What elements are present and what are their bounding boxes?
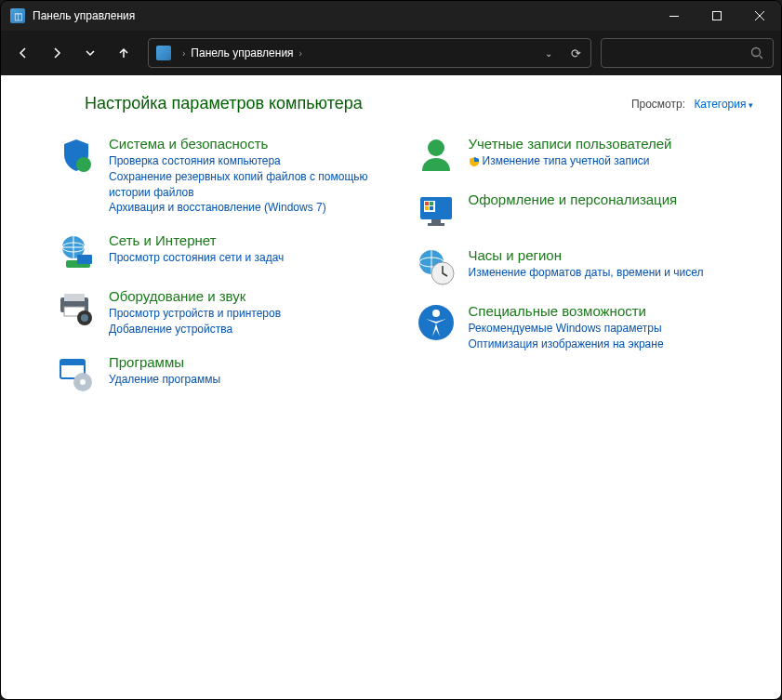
- view-by: Просмотр: Категория: [631, 98, 753, 111]
- view-by-dropdown[interactable]: Категория: [694, 98, 753, 111]
- maximize-button[interactable]: [696, 1, 738, 31]
- svg-point-16: [80, 379, 86, 385]
- category-title[interactable]: Учетные записи пользователей: [469, 136, 672, 152]
- minimize-icon: [669, 16, 679, 17]
- search-box[interactable]: [601, 38, 774, 68]
- close-button[interactable]: [738, 1, 781, 31]
- category-link[interactable]: Архивация и восстановление (Windows 7): [109, 200, 394, 216]
- user-icon: [417, 136, 456, 175]
- svg-rect-23: [430, 206, 433, 210]
- category-user-accounts: Учетные записи пользователей Изменение т…: [417, 136, 754, 175]
- maximize-icon: [712, 11, 722, 20]
- svg-point-17: [428, 139, 444, 156]
- svg-rect-20: [425, 202, 429, 205]
- forward-button[interactable]: [42, 38, 72, 68]
- content-area: Настройка параметров компьютера Просмотр…: [1, 75, 781, 699]
- address-dropdown[interactable]: ⌄: [536, 48, 562, 59]
- page-title: Настройка параметров компьютера: [85, 94, 363, 113]
- arrow-right-icon: [50, 46, 63, 59]
- breadcrumb-segment[interactable]: Панель управления: [191, 46, 293, 59]
- category-title[interactable]: Часы и регион: [469, 247, 704, 263]
- breadcrumb-chevron[interactable]: ›: [294, 48, 308, 59]
- category-link[interactable]: Просмотр устройств и принтеров: [109, 306, 281, 322]
- svg-point-30: [432, 310, 440, 317]
- category-hardware: Оборудование и звук Просмотр устройств и…: [57, 288, 394, 337]
- window-title: Панель управления: [33, 9, 653, 22]
- left-column: Система и безопасность Проверка состояни…: [57, 136, 394, 410]
- window-controls: [653, 1, 781, 31]
- uac-shield-icon: [469, 156, 480, 167]
- location-icon: [156, 46, 171, 60]
- category-link[interactable]: Проверка состояния компьютера: [109, 153, 394, 169]
- svg-point-2: [752, 48, 761, 57]
- view-by-label: Просмотр:: [631, 98, 685, 111]
- accessibility-icon: [417, 303, 456, 342]
- close-icon: [755, 11, 764, 20]
- category-link[interactable]: Удаление программы: [109, 372, 220, 388]
- svg-point-3: [76, 157, 91, 172]
- svg-rect-0: [669, 16, 679, 17]
- svg-rect-14: [60, 360, 85, 365]
- category-link[interactable]: Оптимизация изображения на экране: [469, 337, 664, 352]
- category-title[interactable]: Оборудование и звук: [109, 288, 281, 304]
- right-column: Учетные записи пользователей Изменение т…: [417, 136, 754, 410]
- category-title[interactable]: Специальные возможности: [469, 303, 664, 319]
- control-panel-window: Панель управления › Панель управления › …: [0, 0, 782, 700]
- arrow-left-icon: [17, 46, 30, 59]
- category-clock-region: Часы и регион Изменение форматов даты, в…: [417, 247, 754, 286]
- category-title[interactable]: Система и безопасность: [109, 136, 394, 152]
- category-columns: Система и безопасность Проверка состояни…: [57, 136, 753, 410]
- printer-camera-icon: [57, 288, 96, 327]
- category-link[interactable]: Добавление устройства: [109, 322, 281, 337]
- category-system-security: Система и безопасность Проверка состояни…: [57, 136, 394, 216]
- svg-rect-7: [77, 255, 92, 264]
- svg-rect-9: [64, 294, 85, 301]
- svg-rect-24: [431, 219, 441, 223]
- breadcrumb-chevron[interactable]: ›: [177, 48, 191, 59]
- svg-point-12: [81, 314, 88, 322]
- category-link[interactable]: Просмотр состояния сети и задач: [109, 250, 284, 266]
- category-accessibility: Специальные возможности Рекомендуемые Wi…: [417, 303, 754, 352]
- back-button[interactable]: [8, 38, 38, 68]
- refresh-button[interactable]: ⟳: [562, 46, 590, 60]
- recent-button[interactable]: [75, 38, 105, 68]
- svg-rect-21: [430, 202, 433, 205]
- svg-rect-25: [428, 223, 444, 226]
- search-icon: [750, 46, 763, 59]
- up-button[interactable]: [109, 38, 139, 68]
- category-programs: Программы Удаление программы: [57, 354, 394, 393]
- category-title[interactable]: Сеть и Интернет: [109, 232, 284, 248]
- category-personalization: Оформление и персонализация: [417, 192, 754, 231]
- programs-icon: [57, 354, 96, 393]
- titlebar[interactable]: Панель управления: [1, 1, 781, 31]
- category-link[interactable]: Изменение форматов даты, времени и чисел: [469, 265, 704, 281]
- address-bar[interactable]: › Панель управления › ⌄ ⟳: [148, 38, 591, 68]
- globe-network-icon: [57, 232, 96, 271]
- category-link[interactable]: Рекомендуемые Windows параметры: [469, 321, 664, 337]
- content-header: Настройка параметров компьютера Просмотр…: [57, 94, 753, 113]
- svg-rect-22: [425, 206, 429, 210]
- navigation-toolbar: › Панель управления › ⌄ ⟳: [1, 31, 781, 75]
- arrow-up-icon: [117, 46, 130, 59]
- shield-icon: [57, 136, 96, 175]
- category-title[interactable]: Программы: [109, 354, 220, 370]
- clock-globe-icon: [417, 247, 456, 286]
- category-network: Сеть и Интернет Просмотр состояния сети …: [57, 232, 394, 271]
- svg-rect-1: [713, 12, 722, 20]
- monitor-icon: [417, 192, 456, 231]
- chevron-down-icon: [85, 49, 96, 57]
- category-link[interactable]: Сохранение резервных копий файлов с помо…: [109, 169, 394, 201]
- minimize-button[interactable]: [653, 1, 696, 31]
- category-link[interactable]: Изменение типа учетной записи: [469, 153, 672, 169]
- category-title[interactable]: Оформление и персонализация: [469, 192, 678, 207]
- app-icon: [10, 8, 25, 23]
